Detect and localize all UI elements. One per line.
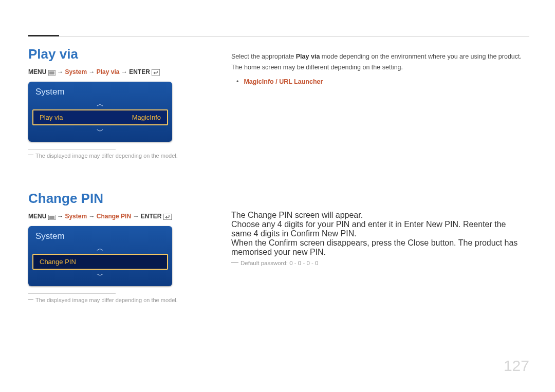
arrow: → [133,213,139,220]
default-password-note: Default password: 0 - 0 - 0 - 0 [231,260,524,266]
enter-icon [152,69,160,76]
section-title-play-via: Play via [28,46,185,62]
osd-row-value: MagicInfo [132,114,161,121]
confirm-new-pin-label: Confirm New PIN [291,229,355,238]
divider [28,149,116,150]
svg-rect-4 [152,69,160,76]
model-note: The displayed image may differ depending… [28,297,185,303]
change-pin-desc-3: When the Confirm screen disappears, pres… [231,238,524,257]
osd-row-label: Play via [40,114,63,121]
arrow: → [88,213,95,220]
osd-up-arrow[interactable]: ︿ [28,98,172,109]
breadcrumb-enter-label: ENTER [129,68,150,76]
left-column: Play via MENU → System → Play via → ENTE… [28,46,185,303]
osd-row-play-via[interactable]: Play via MagicInfo [32,109,168,125]
breadcrumb-play-via: MENU → System → Play via → ENTER [28,68,185,76]
enter-icon [163,214,172,220]
svg-rect-9 [163,214,172,220]
divider [28,293,116,294]
play-via-option-list: MagicInfo / URL Launcher [236,77,524,87]
change-pin-desc-2: Choose any 4 digits for your PIN and ent… [231,220,524,238]
osd-row-label: Change PIN [40,258,76,266]
option-magicinfo-url-launcher: MagicInfo / URL Launcher [244,78,323,85]
manual-page: Play via MENU → System → Play via → ENTE… [0,0,555,392]
osd-panel-change-pin: System ︿ Change PIN ﹀ [28,226,172,286]
list-item: MagicInfo / URL Launcher [236,77,524,87]
osd-row-change-pin[interactable]: Change PIN [32,254,168,270]
top-horizontal-rule [28,36,529,36]
play-via-desc-2: The home screen may be different dependi… [231,62,524,73]
model-note: The displayed image may differ depending… [28,153,185,159]
breadcrumb-enter-label: ENTER [141,213,162,220]
top-rule-accent [28,35,59,36]
breadcrumb-change-pin: MENU → System → Change PIN → ENTER [28,213,185,220]
menu-icon [48,70,55,76]
breadcrumb-system: System [65,213,87,220]
breadcrumb-menu-label: MENU [28,213,46,220]
breadcrumb-play-via-item: Play via [97,68,120,76]
breadcrumb-menu-label: MENU [28,68,46,76]
right-column-play-via: Select the appropriate Play via mode dep… [231,51,524,87]
breadcrumb-change-pin-item: Change PIN [97,213,131,220]
osd-up-arrow[interactable]: ︿ [28,242,172,254]
section-change-pin-left: Change PIN MENU → System → Change PIN → … [28,191,185,303]
arrow: → [57,68,63,76]
osd-down-arrow[interactable]: ﹀ [28,125,172,137]
osd-down-arrow[interactable]: ﹀ [28,270,172,281]
right-column-change-pin: The Change PIN screen will appear. Choos… [231,211,524,266]
arrow: → [57,213,63,220]
arrow: → [121,68,127,76]
osd-header: System [28,226,172,242]
osd-panel-play-via: System ︿ Play via MagicInfo ﹀ [28,82,172,142]
enter-new-pin-label: Enter New PIN [404,220,458,229]
page-number: 127 [504,357,529,375]
section-title-change-pin: Change PIN [28,191,185,207]
change-pin-desc-1: The Change PIN screen will appear. [231,211,524,220]
menu-icon [48,215,55,220]
osd-header: System [28,82,172,98]
close-label: Close [408,238,429,247]
breadcrumb-system: System [65,68,87,76]
arrow: → [88,68,95,76]
play-via-desc-1: Select the appropriate Play via mode dep… [231,51,524,62]
